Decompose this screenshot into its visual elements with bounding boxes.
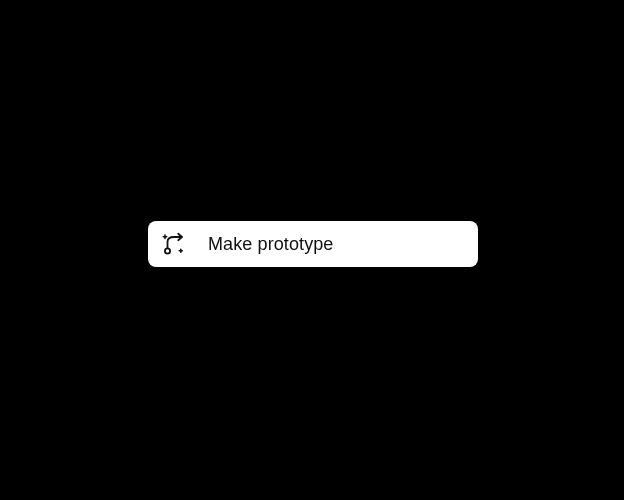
prototype-flow-icon — [162, 231, 188, 257]
menu-item-label: Make prototype — [208, 234, 333, 255]
menu-item-make-prototype[interactable]: Make prototype — [148, 221, 478, 267]
svg-point-0 — [165, 248, 170, 253]
